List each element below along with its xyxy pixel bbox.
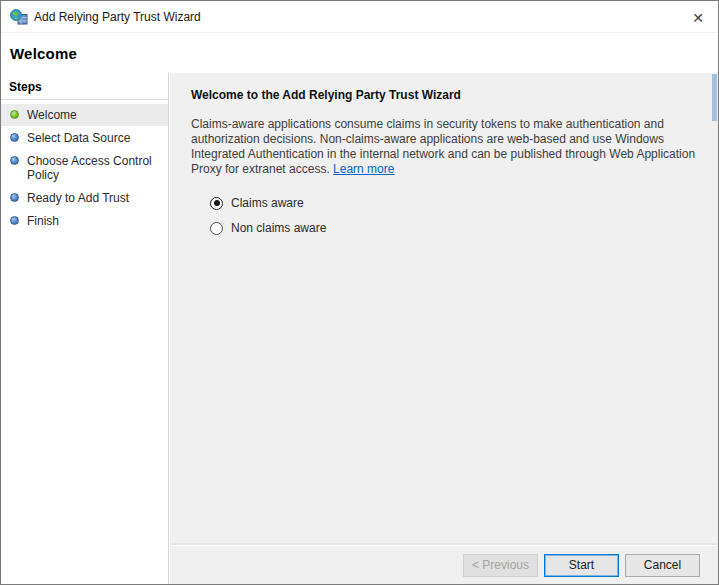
description-text: Claims-aware applications consume claims… bbox=[191, 117, 695, 176]
start-button[interactable]: Start bbox=[544, 554, 619, 577]
trust-type-radio-group: Claims aware Non claims aware bbox=[210, 196, 698, 235]
wizard-app-icon bbox=[10, 9, 28, 25]
steps-sidebar: Steps Welcome Select Data Source Choose … bbox=[1, 73, 169, 584]
learn-more-link[interactable]: Learn more bbox=[333, 162, 394, 176]
sidebar-step-select-data-source[interactable]: Select Data Source bbox=[1, 127, 168, 149]
sidebar-step-finish[interactable]: Finish bbox=[1, 210, 168, 232]
wizard-window: Add Relying Party Trust Wizard ✕ Welcome… bbox=[0, 0, 719, 585]
content-pane: Welcome to the Add Relying Party Trust W… bbox=[170, 73, 718, 545]
close-icon[interactable]: ✕ bbox=[688, 8, 708, 28]
step-bullet-icon bbox=[10, 193, 19, 202]
radio-label: Claims aware bbox=[231, 196, 304, 210]
sidebar-step-ready-to-add-trust[interactable]: Ready to Add Trust bbox=[1, 187, 168, 209]
radio-claims-aware[interactable]: Claims aware bbox=[210, 196, 698, 210]
sidebar-step-welcome[interactable]: Welcome bbox=[1, 104, 168, 126]
step-bullet-icon bbox=[10, 216, 19, 225]
page-header: Welcome bbox=[1, 34, 718, 73]
footer-button-bar: < Previous Start Cancel bbox=[170, 545, 718, 584]
radio-non-claims-aware[interactable]: Non claims aware bbox=[210, 221, 698, 235]
previous-button[interactable]: < Previous bbox=[463, 554, 538, 577]
radio-button-icon bbox=[210, 197, 223, 210]
steps-header: Steps bbox=[1, 73, 168, 100]
step-label: Select Data Source bbox=[27, 131, 130, 145]
step-label: Welcome bbox=[27, 108, 77, 122]
step-label: Finish bbox=[27, 214, 59, 228]
page-title: Welcome bbox=[10, 45, 77, 62]
step-bullet-icon bbox=[10, 156, 19, 165]
step-label: Ready to Add Trust bbox=[27, 191, 129, 205]
cancel-button[interactable]: Cancel bbox=[625, 554, 700, 577]
radio-label: Non claims aware bbox=[231, 221, 326, 235]
content-heading: Welcome to the Add Relying Party Trust W… bbox=[191, 88, 698, 102]
step-label: Choose Access Control Policy bbox=[27, 154, 159, 182]
title-bar: Add Relying Party Trust Wizard ✕ bbox=[1, 1, 718, 33]
window-title: Add Relying Party Trust Wizard bbox=[34, 10, 201, 24]
step-bullet-icon bbox=[10, 110, 19, 119]
scrollbar-thumb-fragment bbox=[712, 74, 717, 121]
step-bullet-icon bbox=[10, 133, 19, 142]
steps-list: Welcome Select Data Source Choose Access… bbox=[1, 100, 168, 232]
radio-button-icon bbox=[210, 222, 223, 235]
content-description: Claims-aware applications consume claims… bbox=[191, 117, 698, 177]
sidebar-step-choose-access-control-policy[interactable]: Choose Access Control Policy bbox=[1, 150, 168, 186]
